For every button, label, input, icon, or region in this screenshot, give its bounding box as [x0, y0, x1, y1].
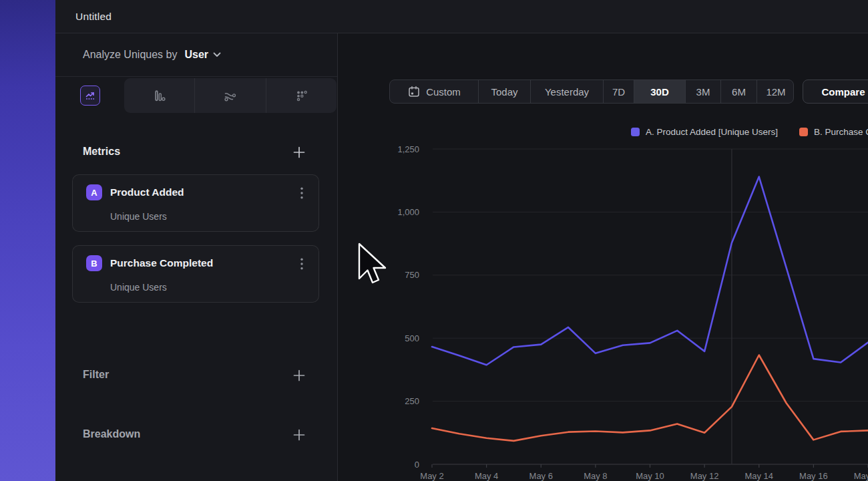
sidebar: Analyze Uniques by User — [55, 33, 338, 481]
chart-type-tab-group — [124, 78, 337, 113]
app-window: Untitled Analyze Uniques by User — [55, 0, 868, 481]
x-tick-label: May 2 — [420, 471, 443, 481]
plus-icon — [293, 369, 305, 381]
y-tick-label: 1,250 — [397, 144, 419, 154]
metric-card-list: AProduct AddedUnique UsersBPurchase Comp… — [72, 174, 319, 316]
analyze-row: Analyze Uniques by User — [55, 33, 337, 77]
funnel-bars-icon — [152, 88, 167, 104]
breakdown-section-header: Breakdown — [55, 428, 337, 442]
x-tick-label: May 10 — [636, 471, 664, 481]
line-chart: 02505007501,0001,250May 2May 4May 6May 8… — [338, 33, 868, 481]
metric-measurement: Unique Users — [110, 282, 167, 293]
filter-label: Filter — [83, 369, 109, 381]
retention-dots-icon — [294, 88, 309, 104]
plus-icon — [293, 146, 305, 158]
filter-section-header: Filter — [55, 369, 337, 382]
series-line-a — [432, 177, 868, 365]
flows-icon — [222, 88, 238, 104]
analyze-label: Analyze Uniques by — [83, 49, 177, 61]
y-tick-label: 750 — [405, 270, 419, 280]
x-tick-label: May 12 — [690, 471, 719, 481]
y-tick-label: 0 — [415, 460, 419, 470]
metric-title: Product Added — [110, 186, 184, 198]
kebab-menu-icon[interactable] — [296, 186, 308, 200]
metric-title: Purchase Completed — [110, 257, 213, 269]
tab-flows[interactable] — [194, 78, 265, 113]
x-tick-label: May 14 — [744, 471, 773, 481]
report-title: Untitled — [75, 11, 112, 23]
metric-badge: B — [86, 255, 102, 271]
metrics-section-header: Metrics — [55, 146, 337, 159]
plus-icon — [293, 429, 305, 441]
x-tick-label: May 4 — [475, 471, 498, 481]
tab-insights[interactable] — [55, 77, 124, 114]
top-bar: Untitled — [55, 0, 868, 33]
breakdown-label: Breakdown — [83, 428, 140, 440]
analyze-entity-value: User — [184, 49, 208, 61]
screenshot-root: Untitled Analyze Uniques by User — [0, 0, 868, 481]
tab-retention[interactable] — [266, 78, 337, 113]
x-tick-label: May 6 — [529, 471, 553, 481]
metric-card-a[interactable]: AProduct AddedUnique Users — [72, 174, 319, 232]
background-gradient-strip — [0, 0, 55, 481]
metrics-label: Metrics — [83, 146, 120, 158]
tab-funnels[interactable] — [124, 78, 194, 113]
y-tick-label: 1,000 — [397, 207, 419, 217]
x-tick-label: May 8 — [584, 471, 607, 481]
analyze-entity-dropdown[interactable]: User — [184, 49, 221, 61]
add-breakdown-button[interactable] — [292, 428, 306, 442]
chart-panel: CustomTodayYesterday7D30D3M6M12M Compare… — [338, 33, 868, 481]
metric-measurement: Unique Users — [110, 211, 167, 222]
metric-badge: A — [86, 184, 102, 200]
x-tick-label: May 16 — [799, 471, 828, 481]
add-metric-button[interactable] — [292, 146, 306, 159]
line-chart-icon — [80, 86, 100, 106]
chart-type-tabs — [55, 77, 337, 114]
metric-card-b[interactable]: BPurchase CompletedUnique Users — [72, 245, 319, 303]
x-tick-label: May 18 — [854, 471, 868, 481]
y-tick-label: 250 — [405, 396, 419, 406]
add-filter-button[interactable] — [292, 369, 306, 382]
kebab-menu-icon[interactable] — [296, 257, 308, 271]
series-line-b — [432, 355, 868, 441]
chevron-down-icon — [213, 52, 221, 57]
y-tick-label: 500 — [405, 333, 419, 343]
